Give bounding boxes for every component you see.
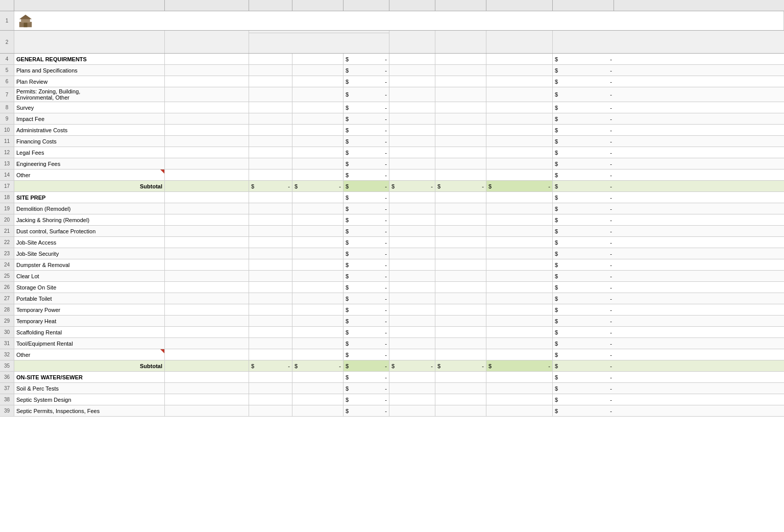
cell-variance[interactable]: [435, 293, 486, 304]
cell-materials[interactable]: [292, 282, 344, 293]
cell-description[interactable]: Jacking & Shoring (Remodel): [14, 214, 165, 225]
cell-description[interactable]: Job-Site Security: [14, 248, 165, 259]
cell-subcontractor[interactable]: [165, 316, 249, 326]
cell-total[interactable]: $-: [344, 226, 389, 236]
cell-amount-due[interactable]: $-: [553, 158, 614, 169]
cell-description[interactable]: Permits: Zoning, Building,Environmental,…: [14, 87, 165, 102]
cell-current-paid[interactable]: [486, 383, 553, 394]
cell-actual[interactable]: [389, 405, 435, 416]
cell-labor[interactable]: [249, 192, 292, 203]
cell-total[interactable]: $-: [344, 237, 389, 248]
cell-materials[interactable]: [292, 192, 344, 203]
cell-total[interactable]: $-: [344, 394, 389, 405]
cell-labor[interactable]: [249, 271, 292, 281]
cell-total[interactable]: $-: [344, 125, 389, 135]
cell-actual[interactable]: [389, 304, 435, 315]
cell-variance[interactable]: [435, 87, 486, 102]
cell-actual[interactable]: [389, 383, 435, 394]
cell-total[interactable]: $-: [344, 158, 389, 169]
cell-variance[interactable]: [435, 203, 486, 214]
cell-current-paid[interactable]: $-: [486, 360, 553, 371]
cell-variance[interactable]: [435, 54, 486, 64]
cell-subcontractor[interactable]: [165, 237, 249, 248]
cell-labor[interactable]: [249, 282, 292, 293]
cell-total[interactable]: $-: [344, 316, 389, 326]
cell-labor[interactable]: [249, 259, 292, 270]
cell-amount-due[interactable]: $-: [553, 181, 614, 191]
cell-actual[interactable]: [389, 372, 435, 382]
cell-subcontractor[interactable]: [165, 338, 249, 349]
cell-current-paid[interactable]: [486, 158, 553, 169]
cell-materials[interactable]: [292, 76, 344, 87]
cell-subcontractor[interactable]: [165, 102, 249, 113]
cell-variance[interactable]: [435, 158, 486, 169]
cell-amount-due[interactable]: $-: [553, 54, 614, 64]
cell-labor[interactable]: [249, 65, 292, 76]
cell-current-paid[interactable]: [486, 87, 553, 102]
cell-actual[interactable]: [389, 316, 435, 326]
cell-materials[interactable]: [292, 136, 344, 147]
cell-variance[interactable]: [435, 372, 486, 382]
cell-variance[interactable]: [435, 405, 486, 416]
cell-amount-due[interactable]: $-: [553, 87, 614, 102]
cell-actual[interactable]: [389, 192, 435, 203]
cell-actual[interactable]: [389, 87, 435, 102]
cell-current-paid[interactable]: [486, 349, 553, 360]
cell-amount-due[interactable]: $-: [553, 293, 614, 304]
cell-total[interactable]: $-: [344, 282, 389, 293]
cell-actual[interactable]: [389, 170, 435, 180]
cell-labor[interactable]: [249, 237, 292, 248]
cell-actual[interactable]: [389, 349, 435, 360]
cell-total[interactable]: $-: [344, 136, 389, 147]
cell-amount-due[interactable]: $-: [553, 282, 614, 293]
cell-amount-due[interactable]: $-: [553, 405, 614, 416]
cell-description[interactable]: Other: [14, 170, 165, 180]
cell-current-paid[interactable]: [486, 76, 553, 87]
cell-variance[interactable]: [435, 237, 486, 248]
cell-variance[interactable]: $-: [435, 360, 486, 371]
cell-subcontractor[interactable]: [165, 147, 249, 158]
cell-materials[interactable]: [292, 226, 344, 236]
cell-actual[interactable]: [389, 76, 435, 87]
cell-current-paid[interactable]: [486, 304, 553, 315]
cell-variance[interactable]: [435, 259, 486, 270]
cell-subcontractor[interactable]: [165, 125, 249, 135]
cell-materials[interactable]: [292, 203, 344, 214]
cell-labor[interactable]: [249, 214, 292, 225]
cell-current-paid[interactable]: [486, 271, 553, 281]
cell-current-paid[interactable]: [486, 293, 553, 304]
cell-actual[interactable]: $-: [389, 360, 435, 371]
cell-actual[interactable]: [389, 54, 435, 64]
cell-materials[interactable]: [292, 158, 344, 169]
cell-total[interactable]: $-: [344, 383, 389, 394]
cell-labor[interactable]: $-: [249, 181, 292, 191]
cell-total[interactable]: $-: [344, 170, 389, 180]
cell-materials[interactable]: [292, 293, 344, 304]
cell-current-paid[interactable]: $-: [486, 181, 553, 191]
cell-current-paid[interactable]: [486, 192, 553, 203]
cell-labor[interactable]: [249, 316, 292, 326]
cell-subcontractor[interactable]: [165, 259, 249, 270]
cell-labor[interactable]: [249, 87, 292, 102]
cell-variance[interactable]: [435, 394, 486, 405]
cell-subcontractor[interactable]: [165, 192, 249, 203]
cell-description[interactable]: Temporary Power: [14, 304, 165, 315]
cell-subcontractor[interactable]: [165, 405, 249, 416]
cell-actual[interactable]: [389, 282, 435, 293]
cell-actual[interactable]: [389, 338, 435, 349]
cell-actual[interactable]: [389, 214, 435, 225]
cell-amount-due[interactable]: $-: [553, 271, 614, 281]
cell-amount-due[interactable]: $-: [553, 147, 614, 158]
cell-amount-due[interactable]: $-: [553, 65, 614, 76]
cell-variance[interactable]: [435, 76, 486, 87]
cell-amount-due[interactable]: $-: [553, 338, 614, 349]
cell-subcontractor[interactable]: [165, 87, 249, 102]
cell-subcontractor[interactable]: [165, 65, 249, 76]
cell-description[interactable]: SITE PREP: [14, 192, 165, 203]
cell-variance[interactable]: [435, 192, 486, 203]
cell-current-paid[interactable]: [486, 113, 553, 124]
cell-total[interactable]: $-: [344, 65, 389, 76]
cell-labor[interactable]: [249, 394, 292, 405]
cell-actual[interactable]: [389, 327, 435, 337]
cell-actual[interactable]: [389, 248, 435, 259]
